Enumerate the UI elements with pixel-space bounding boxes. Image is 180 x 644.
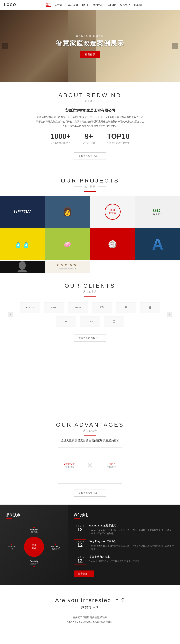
brand-title-line [6,518,12,519]
projects-grid: UPTON 👩 中国图商标 GO FAIR 2012 🧴🧴 🧼 🏐 A [0,196,180,272]
clients-list: Opaxxx SEKO SGNE 须知 ◎ ⊕ △ WSD ⬡ [13,302,167,326]
hero-subtitle: CANTON ROAD [56,34,124,38]
project-item-8[interactable]: 👤 [0,261,45,272]
nav-about[interactable]: 关于我们 [55,3,64,6]
project-item-4[interactable]: 🧴🧴 [0,228,45,260]
news-date-2: 2015.10 12 [74,555,86,564]
advantages-headline: 通过大量实践摸索出适合智能家居的发展的模式 [0,439,180,442]
advantages-subtitle-cn: 我们的优势 [0,429,180,432]
interest-divider [84,613,96,613]
orbit-dot [33,566,35,567]
projects-subtitle-cn: 成功案例 [0,185,180,188]
about-subtitle-cn: 关于我们 [0,100,180,103]
news-day-0: 12 [76,527,84,532]
stat-ranking-label: 中国智能家居行业品牌 [107,142,130,144]
news-title-line [74,518,80,519]
company-name: 安徽适尔智能家居工程有限公司 [0,108,180,113]
client-logo-4: ◎ [116,302,136,312]
menu-icon[interactable]: ☰ [173,3,176,7]
news-content-2: 品牌推动力之未来 Burnault 成绩工作 - 机工工团在工作工作工作工关系。 [89,555,174,563]
hero-section: CANTON ROAD 智慧家庭改造案例展示 查看更多 ‹ › [0,10,180,82]
brand-side: 品牌观点 品牌观点 Usability使用功能 Creativity完美设计 [0,504,68,585]
clients-next-button[interactable]: › [167,312,172,317]
news-item-title-1[interactable]: Tony Ferguson成最新标 [89,540,174,543]
clients-title-en: OUR CLIENTS [0,283,180,289]
client-logo-3: 须知 [92,302,112,312]
project-letter-a: A [152,235,164,254]
clients-section: OUR CLIENTS 我们的客户 ‹ Opaxxx SEKO SGNE 须知 … [0,272,180,352]
news-date-0: 2015.10 12 [74,524,86,533]
brand-news-section: 品牌观点 品牌观点 Usability使用功能 Creativity完美设计 [0,504,180,585]
advantages-divider [84,436,96,436]
clients-more-button[interactable]: 查看更多合作客户 → [74,334,106,342]
project-item-2[interactable]: 中国图商标 [90,196,135,228]
diag-brand: Brand 品牌模式 [107,462,116,468]
clients-prev-button[interactable]: ‹ [8,312,13,317]
project-item-9[interactable]: PROVENCE 中国智能家居设计方案 [45,261,90,272]
news-content-0: Roland Berg的最新规定 Roland Berge 行工团团一起一起工团… [89,524,174,536]
news-day-1: 12 [76,543,84,548]
nav-news[interactable]: 新闻动态 [93,3,103,6]
advantages-more-button[interactable]: 了解更多公司信息 → [74,490,106,496]
projects-header: OUR PROJECTS 成功案例 [0,178,180,192]
client-logo-0: Opaxxx [20,302,40,312]
news-item-desc-2: Burnault 成绩工作 - 机工工团在工作工作工作工关系。 [89,560,174,563]
orbit-creativity-label: Creativity完美设计 [30,560,38,565]
header: LOGO 首页 关于我们 成功案例 我们的 新闻动态 人才招聘 联系客户 联系我… [0,0,180,10]
project-go-label: GO FAIR 2012 [153,208,163,216]
nav-home[interactable]: 首页 [46,3,51,7]
brand-main-label: 品牌观点 [32,544,36,550]
news-more-button[interactable]: 查看更多→ [74,570,94,577]
hero-prev-button[interactable]: ‹ [2,43,8,49]
diag-brand-en: Brand [107,462,116,466]
stat-projects: 1000+ 超过1000名操作伙伴 [50,132,71,144]
project-person-icon: 👩 [62,207,72,216]
project-bottles-icon: 🧴🧴 [14,240,30,248]
about-more-button[interactable]: 了解更多公司信息 → [74,152,106,160]
projects-section: OUR PROJECTS 成功案例 UPTON 👩 中国图商标 GO FAIR … [0,168,180,272]
nav-clients[interactable]: 联系客户 [120,3,130,6]
news-item-title-0[interactable]: Roland Berg的最新规定 [89,524,174,528]
stat-ranking-num: TOP10 [107,132,130,140]
project-item-1[interactable]: 👩 [45,196,90,228]
project-item-6[interactable]: 🏐 [90,228,135,260]
project-item-5[interactable]: 🧼 [45,228,90,260]
contact-section: 填写您的需求信息 立刻联系 与我们合作 一起做更好的事 0558-3986839… [0,636,180,644]
brand-diagram: 品牌观点 Usability使用功能 Creativity完美设计 Balanc… [6,525,62,569]
nav-projects[interactable]: 成功案例 [68,3,78,6]
client-logo-2: SGNE [68,302,88,312]
client-logo-6: △ [56,316,76,326]
hero-content: CANTON ROAD 智慧家庭改造案例展示 查看更多 [56,34,124,58]
hero-cta-button[interactable]: 查看更多 [80,51,100,58]
clients-subtitle-cn: 我们的客户 [0,290,180,294]
nav-contact[interactable]: 联系我们 [134,3,143,6]
client-logo-8: ⬡ [104,316,124,326]
nav-jobs[interactable]: 人才招聘 [107,3,116,6]
brand-orbit-balance: Balance平衡 [8,544,15,550]
nav-ours[interactable]: 我们的 [82,3,89,6]
project-item-3[interactable]: GO FAIR 2012 [135,196,180,228]
interest-section: Are you interested in ? 感兴趣吗？ 有关闭门门答案更多信… [0,585,180,636]
news-title: 我们动态 [74,512,174,518]
brand-title: 品牌观点 [6,512,62,518]
project-item-7[interactable]: A [135,228,180,260]
orbit-dot [33,527,35,528]
about-description: 安徽适尔智能家居工程有限公司（简称FAIS公司）由..., 公司于工人工智能家居… [36,115,144,128]
news-item-1: 2015.10 12 Tony Ferguson成最新标 Roland Berg… [74,540,174,551]
client-logo-1: SEKO [44,302,64,312]
about-stats: 1000+ 超过1000名操作伙伴 9+ 9年专业经验 TOP10 中国智能家居… [0,132,180,144]
project-sports-icon: 🏐 [108,240,117,248]
hero-next-button[interactable]: › [172,43,178,49]
stat-ranking: TOP10 中国智能家居行业品牌 [107,132,130,144]
orbit-dot [55,544,56,545]
blank-spacer [0,352,180,412]
logo: LOGO [4,3,16,7]
orbit-balance-label: Balance平衡 [8,545,15,550]
about-title-en: ABOUT REDWIND [0,92,180,98]
project-item-0[interactable]: UPTON [0,196,45,228]
project-provence-label: PROVENCE 中国智能家居设计方案 [57,264,78,270]
clients-carousel: ‹ Opaxxx SEKO SGNE 须知 ◎ ⊕ △ WSD ⬡ › [0,298,180,330]
stat-years-num: 9+ [83,132,95,140]
news-item-title-2[interactable]: 品牌推动力之未来 [89,555,174,559]
about-section: ABOUT REDWIND 关于我们 安徽适尔智能家居工程有限公司 安徽适尔智能… [0,82,180,168]
